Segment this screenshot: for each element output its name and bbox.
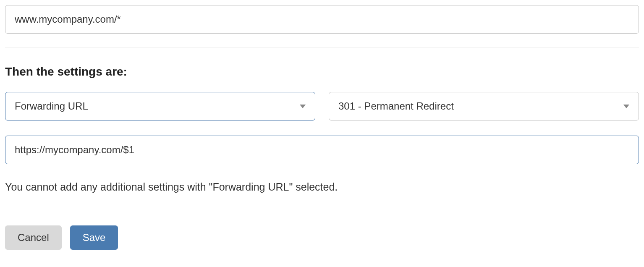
chevron-down-icon: [300, 105, 306, 108]
setting-type-select[interactable]: Forwarding URL: [5, 92, 315, 120]
buttons-row: Cancel Save: [5, 225, 639, 250]
setting-type-label: Forwarding URL: [15, 100, 88, 112]
divider: [5, 211, 639, 211]
info-text: You cannot add any additional settings w…: [5, 181, 639, 193]
destination-url-input[interactable]: [5, 136, 639, 164]
divider: [5, 47, 639, 47]
redirect-type-label: 301 - Permanent Redirect: [338, 100, 454, 112]
cancel-button[interactable]: Cancel: [5, 225, 62, 250]
save-button[interactable]: Save: [70, 225, 118, 250]
settings-heading: Then the settings are:: [5, 65, 639, 79]
selects-row: Forwarding URL 301 - Permanent Redirect: [5, 92, 639, 120]
chevron-down-icon: [623, 105, 629, 108]
redirect-type-select[interactable]: 301 - Permanent Redirect: [329, 92, 639, 120]
url-pattern-input[interactable]: [5, 5, 639, 34]
